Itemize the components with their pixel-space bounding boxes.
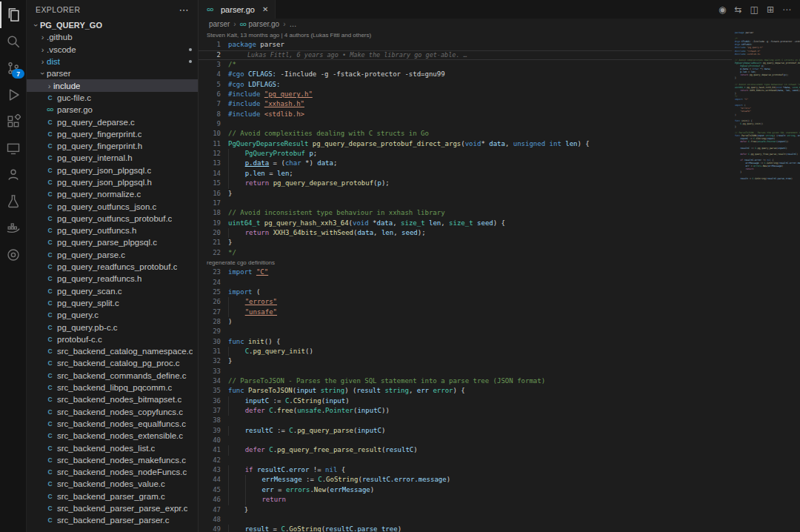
line-number[interactable]: 23 <box>199 267 221 277</box>
code-line-8[interactable]: 8#include <stdlib.h> <box>199 110 735 119</box>
file-item-pg_query_deparse.c[interactable]: Cpg_query_deparse.c <box>27 116 198 127</box>
breadcrumb-item[interactable]: GOparser.go <box>240 20 279 28</box>
file-item-parser.go[interactable]: GOparser.go <box>27 104 198 116</box>
code-line-17[interactable]: 17 <box>199 199 735 208</box>
line-number[interactable]: 21 <box>199 238 221 247</box>
folder-item-include[interactable]: ›include <box>27 79 198 91</box>
more-actions-icon[interactable]: ⋯ <box>782 5 791 14</box>
file-item-pg_query_parse.c[interactable]: Cpg_query_parse.c <box>27 249 198 261</box>
code-line-41[interactable]: 41 defer C.pg_query_free_parse_result(re… <box>199 445 735 455</box>
file-item-pg_query.pb-c.c[interactable]: Cpg_query.pb-c.c <box>27 321 198 333</box>
activity-docker[interactable] <box>0 215 26 242</box>
more-actions-icon[interactable]: ⋯ <box>179 5 189 15</box>
file-item-src_backend_nodes_value.c[interactable]: Csrc_backend_nodes_value.c <box>27 478 198 490</box>
breadcrumb-item[interactable]: parser <box>209 20 230 28</box>
code-line-2[interactable]: 2Lukas Fittl, 6 years ago • Make the lib… <box>199 50 735 60</box>
sidebar-header[interactable]: EXPLORER ⋯ <box>27 0 198 19</box>
line-number[interactable]: 24 <box>199 278 221 287</box>
line-number[interactable]: 44 <box>199 475 221 485</box>
activity-gitlens[interactable] <box>0 242 26 268</box>
file-item-pg_query_parse_plpgsql.c[interactable]: Cpg_query_parse_plpgsql.c <box>27 236 198 248</box>
code-line-14[interactable]: 14 p.len = len; <box>199 169 735 179</box>
file-item-src_backend_nodes_nodeFuncs.c[interactable]: Csrc_backend_nodes_nodeFuncs.c <box>27 466 198 478</box>
code-line-33[interactable]: 33 <box>199 367 735 376</box>
folder-item-parser[interactable]: ›parser <box>27 67 198 79</box>
line-number[interactable]: 13 <box>199 159 221 168</box>
line-number[interactable]: 40 <box>199 436 221 445</box>
file-item-pg_query.c[interactable]: Cpg_query.c <box>27 309 198 321</box>
file-item-pg_query_json_plpgsql.c[interactable]: Cpg_query_json_plpgsql.c <box>27 164 198 176</box>
activity-liveshare[interactable] <box>0 162 26 188</box>
line-number[interactable]: 42 <box>199 456 221 465</box>
line-number[interactable]: 14 <box>199 169 221 179</box>
code-line-19[interactable]: 19uint64_t pg_query_hash_xxh3_64(void *d… <box>199 219 735 228</box>
activity-scm[interactable]: 7 <box>0 55 26 82</box>
file-item-pg_query_fingerprint.c[interactable]: Cpg_query_fingerprint.c <box>27 128 198 140</box>
code-line-37[interactable]: 37 defer C.free(unsafe.Pointer(inputC)) <box>199 406 735 416</box>
line-number[interactable]: 45 <box>199 485 221 495</box>
code-line-9[interactable]: 9 <box>199 119 735 129</box>
code-line-36[interactable]: 36 inputC := C.CString(input) <box>199 396 735 406</box>
code-line-45[interactable]: 45 err = errors.New(errMessage) <box>199 485 735 495</box>
code-line-39[interactable]: 39 resultC := C.pg_query_parse(inputC) <box>199 426 735 436</box>
file-item-src_backend_nodes_makefuncs.c[interactable]: Csrc_backend_nodes_makefuncs.c <box>27 454 198 466</box>
code-line-27[interactable]: 27 "unsafe" <box>199 307 735 317</box>
activity-run[interactable] <box>0 82 26 108</box>
file-item-pg_query_scan.c[interactable]: Cpg_query_scan.c <box>27 285 198 297</box>
folder-item-.github[interactable]: ›.github <box>27 31 198 43</box>
code-line-43[interactable]: 43 if resultC.error != nil { <box>199 465 735 475</box>
file-item-pg_query_json_plpgsql.h[interactable]: Cpg_query_json_plpgsql.h <box>27 176 198 188</box>
code-line-34[interactable]: 34// ParseToJSON - Parses the given SQL … <box>199 376 735 386</box>
code-line-26[interactable]: 26 "errors" <box>199 297 735 307</box>
file-item-pg_query_outfuncs_protobuf.c[interactable]: Cpg_query_outfuncs_protobuf.c <box>27 213 198 225</box>
line-number[interactable]: 19 <box>199 219 221 228</box>
split-editor-icon[interactable]: ◫ <box>750 5 759 14</box>
code-line-46[interactable]: 46 return <box>199 495 735 505</box>
line-number[interactable]: 22 <box>199 248 221 258</box>
line-number[interactable]: 4 <box>199 70 221 79</box>
activity-remote[interactable] <box>0 135 26 162</box>
code-line-35[interactable]: 35func ParseToJSON(input string) (result… <box>199 386 735 396</box>
codelens-link[interactable]: regenerate cgo definitions <box>199 258 735 267</box>
line-number[interactable]: 29 <box>199 327 221 336</box>
code-line-16[interactable]: 16} <box>199 189 735 199</box>
line-number[interactable]: 9 <box>199 119 221 129</box>
toggle-layout-icon[interactable]: ⊞ <box>767 5 774 14</box>
code-line-22[interactable]: 22*/ <box>199 248 735 258</box>
line-number[interactable]: 34 <box>199 376 221 386</box>
line-number[interactable]: 11 <box>199 139 221 149</box>
file-item-guc-file.c[interactable]: Cguc-file.c <box>27 92 198 104</box>
code-line-29[interactable]: 29 <box>199 327 735 336</box>
line-number[interactable]: 18 <box>199 208 221 218</box>
code-line-20[interactable]: 20 return XXH3_64bits_withSeed(data, len… <box>199 228 735 238</box>
code-line-42[interactable]: 42 <box>199 456 735 465</box>
line-number[interactable]: 27 <box>199 307 221 317</box>
minimap[interactable]: package parser/*#cgo CFLAGS: -Iinclude -… <box>732 30 800 532</box>
code-line-10[interactable]: 10// Avoid complexities dealing with C s… <box>199 129 735 139</box>
file-item-src_backend_nodes_list.c[interactable]: Csrc_backend_nodes_list.c <box>27 442 198 453</box>
code-line-7[interactable]: 7#include "xxhash.h" <box>199 99 735 109</box>
line-number[interactable]: 31 <box>199 347 221 356</box>
code-line-4[interactable]: 4#cgo CFLAGS: -Iinclude -g -fstack-prote… <box>199 70 735 79</box>
code-line-12[interactable]: 12 PgQueryProtobuf p; <box>199 149 735 159</box>
file-item-src_backend_catalog_pg_proc.c[interactable]: Csrc_backend_catalog_pg_proc.c <box>27 357 198 369</box>
code-line-1[interactable]: 1package parser <box>199 40 735 50</box>
line-number[interactable]: 15 <box>199 179 221 188</box>
gitlens-icon[interactable]: ◉ <box>719 5 726 14</box>
tab-parser-go[interactable]: GO parser.go ✕ <box>199 0 276 19</box>
code-line-23[interactable]: 23import "C" <box>199 267 735 277</box>
code-line-11[interactable]: 11PgQueryDeparseResult pg_query_deparse_… <box>199 139 735 149</box>
line-number[interactable]: 20 <box>199 228 221 238</box>
code-line-24[interactable]: 24 <box>199 278 735 287</box>
file-item-src_backend_nodes_bitmapset.c[interactable]: Csrc_backend_nodes_bitmapset.c <box>27 393 198 405</box>
line-number[interactable]: 28 <box>199 317 221 327</box>
line-number[interactable]: 12 <box>199 149 221 159</box>
file-item-src_backend_commands_define.c[interactable]: Csrc_backend_commands_define.c <box>27 370 198 382</box>
line-number[interactable]: 17 <box>199 199 221 208</box>
code-line-32[interactable]: 32} <box>199 356 735 366</box>
line-number[interactable]: 46 <box>199 495 221 505</box>
code-line-30[interactable]: 30func init() { <box>199 337 735 347</box>
line-number[interactable]: 2 <box>199 50 221 60</box>
code-line-25[interactable]: 25import ( <box>199 287 735 297</box>
line-number[interactable]: 7 <box>199 99 221 109</box>
